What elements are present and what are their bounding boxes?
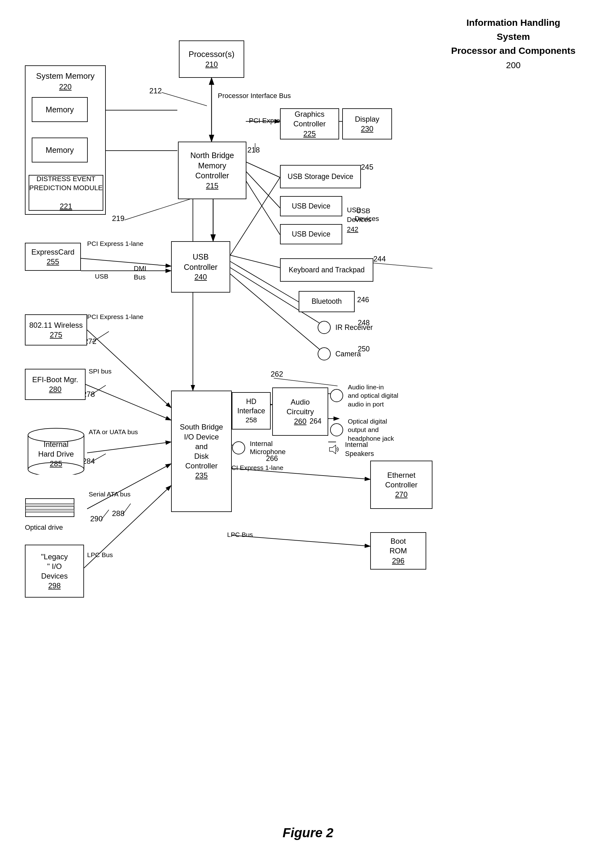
svg-point-57	[331, 423, 343, 436]
graphics-label: GraphicsController	[293, 109, 326, 128]
spi-bus-label: SPI bus	[89, 367, 112, 375]
hd-interface-box: HDInterface 258	[232, 392, 271, 430]
usb-device2-box: USB Device	[280, 224, 342, 244]
usb-device1-box: USB Device	[280, 196, 342, 216]
svg-rect-52	[25, 498, 74, 517]
usb-controller-ref: 240	[195, 272, 207, 282]
boot-rom-ref: 296	[392, 556, 404, 565]
svg-rect-54	[25, 509, 74, 512]
ethernet-ref: 270	[395, 490, 407, 499]
ref-219: 219	[112, 214, 125, 223]
bluetooth-box: Bluetooth	[299, 291, 355, 312]
title-line1: Information Handling	[451, 16, 575, 30]
camera-label: Camera	[335, 350, 361, 358]
ir-receiver-icon	[317, 320, 331, 334]
graphics-ref: 225	[303, 129, 316, 139]
svg-line-44	[373, 263, 432, 268]
svg-line-15	[246, 162, 280, 177]
camera-icon	[317, 347, 331, 361]
lpc-bus-left-label: LPC Bus	[87, 551, 113, 558]
system-memory-box: System Memory 220 Memory Memory DISTRESS…	[25, 66, 106, 215]
usb-device2-label: USB Device	[292, 230, 331, 239]
speaker-icon	[328, 443, 342, 456]
distress-box: DISTRESS EVENT PREDICTION MODULE 221	[29, 175, 103, 211]
title-ref: 200	[451, 59, 575, 72]
svg-line-18	[230, 255, 280, 268]
keyboard-box: Keyboard and Trackpad	[280, 258, 373, 282]
internal-speakers-label: InternalSpeakers	[345, 440, 374, 458]
internal-mic-group: InternalMicrophone	[232, 440, 285, 456]
svg-line-30	[87, 464, 171, 509]
svg-line-24	[87, 330, 171, 408]
svg-line-33	[84, 486, 171, 568]
mic-icon	[232, 441, 245, 455]
svg-point-58	[232, 442, 245, 454]
page: Information Handling System Processor an…	[0, 0, 616, 859]
figure-label: Figure 2	[282, 825, 333, 840]
optical-drive-group: Optical drive	[25, 498, 94, 535]
svg-line-25	[92, 331, 109, 342]
usb-storage-label: USB Storage Device	[288, 172, 353, 181]
expresscard-ref: 255	[47, 257, 59, 266]
svg-line-16	[246, 171, 280, 208]
ref-262: 262	[271, 370, 283, 378]
efi-boot-box: EFI-Boot Mgr. 280	[25, 369, 86, 400]
svg-point-56	[331, 389, 343, 402]
distress-ref: 221	[60, 201, 72, 211]
svg-line-28	[87, 442, 171, 453]
north-bridge-label: North BridgeMemoryController	[190, 150, 234, 181]
audio-linein-label: Audio line-inand optical digitalaudio in…	[348, 383, 398, 408]
expresscard-label: ExpressCard	[31, 247, 75, 257]
legacy-io-label: "Legacy" I/ODevices	[41, 552, 68, 581]
legacy-io-box: "Legacy" I/ODevices 298	[25, 545, 84, 598]
svg-rect-53	[25, 504, 74, 507]
audio-label: AudioCircuitry	[287, 397, 314, 416]
optical-out-label: Optical digitaloutput andheadphone jack	[348, 417, 394, 443]
legacy-io-ref: 298	[48, 581, 61, 590]
memory2-box: Memory	[32, 137, 88, 162]
audio-linein-group: Audio line-inand optical digitalaudio in…	[330, 383, 398, 408]
south-bridge-label: South BridgeI/O DeviceandDiskController	[180, 422, 223, 470]
hd-interface-label: HDInterface	[237, 397, 265, 416]
system-memory-label: System Memory	[36, 71, 95, 81]
ref-288: 288	[112, 509, 125, 518]
hd-interface-ref: 258	[245, 416, 257, 425]
processor-interface-bus-label: Processor Interface Bus	[218, 92, 291, 100]
optical-drive-label: Optical drive	[25, 523, 63, 532]
audio-ref: 260	[294, 416, 306, 426]
processor-box: Processor(s) 210	[179, 41, 244, 78]
wireless-box: 802.11 Wireless 275	[25, 314, 87, 345]
camera-group: Camera	[317, 347, 361, 361]
svg-line-31	[101, 510, 109, 520]
south-bridge-box: South BridgeI/O DeviceandDiskController …	[171, 390, 232, 512]
south-bridge-ref: 235	[195, 470, 207, 480]
title-line2: System	[451, 30, 575, 44]
ata-uata-label: ATA or UATA bus	[89, 428, 138, 436]
boot-rom-label: BootROM	[390, 536, 407, 556]
optical-out-group: Optical digitaloutput andheadphone jack …	[330, 417, 394, 443]
boot-rom-box: BootROM 296	[370, 532, 426, 570]
display-box: Display 230	[342, 108, 392, 139]
ethernet-box: EthernetController 270	[370, 461, 432, 509]
wireless-ref: 275	[50, 330, 62, 340]
svg-marker-59	[329, 445, 336, 454]
optical-out-icon	[330, 423, 343, 437]
usb-devices-group-label: USBDevices 242	[347, 205, 371, 234]
pci-express-1lane-2-label: PCI Express 1-lane	[87, 313, 143, 320]
ref-218: 218	[247, 146, 260, 154]
ir-ref: 248	[358, 319, 370, 327]
efi-boot-ref: 280	[49, 384, 61, 394]
optical-out-ref: 264	[310, 417, 321, 425]
ref-245: 245	[361, 163, 373, 171]
ethernet-label: EthernetController	[385, 470, 418, 490]
svg-line-42	[232, 535, 370, 546]
audio-linein-icon	[330, 389, 343, 403]
svg-line-32	[123, 504, 131, 514]
svg-text:Bus: Bus	[134, 273, 146, 281]
camera-ref: 250	[358, 345, 370, 353]
dmi-bus-label: DMI	[134, 264, 146, 272]
display-label: Display	[355, 114, 379, 124]
usb-controller-box: USBController 240	[171, 241, 230, 292]
bluetooth-label: Bluetooth	[312, 297, 342, 306]
audio-box: AudioCircuitry 260	[272, 387, 328, 436]
